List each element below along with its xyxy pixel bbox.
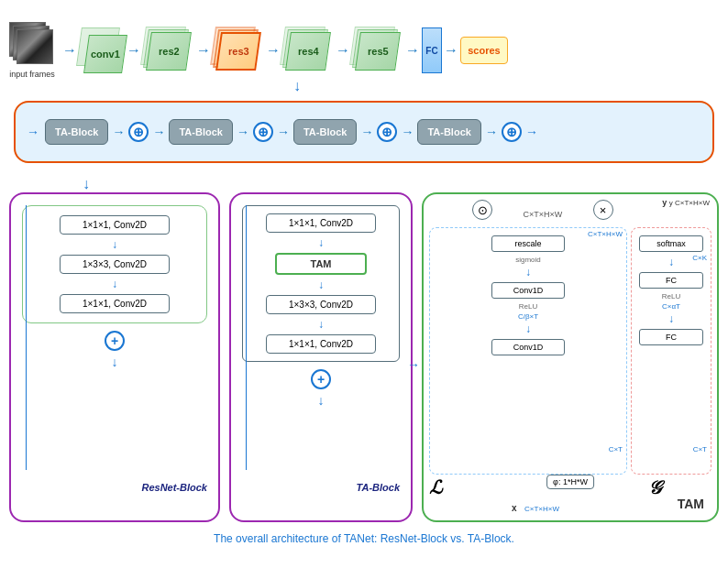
x-dim-label: C×T×H×W xyxy=(524,505,559,513)
arrow-1: → xyxy=(62,42,77,59)
conv1-front: conv1 xyxy=(83,35,127,73)
fc-block: FC xyxy=(422,27,442,73)
conv1d-2: Conv1D xyxy=(491,282,565,299)
resnet-plus: + xyxy=(105,331,125,351)
ct-dim-1: C×T xyxy=(609,445,623,453)
cthw-dim-1: C×T×H×W xyxy=(588,230,623,238)
tam-main: C×T×H×W rescale sigmoid ↓ Conv1D ReLU C/… xyxy=(429,227,711,475)
tam-inner-block: TAM xyxy=(275,253,367,275)
middle-left-arrow: → xyxy=(27,125,39,139)
ta-conv2: 1×3×3, Conv2D xyxy=(266,295,376,314)
ta-block-1-label: TA-Block xyxy=(55,126,98,137)
m-arrow-2: → xyxy=(152,125,165,139)
res5-label: res5 xyxy=(368,46,389,57)
cthw-label-1: C×T×H×W xyxy=(524,210,563,219)
m-arrow-3: → xyxy=(237,125,249,139)
res4-block: res4 xyxy=(282,27,334,74)
resnet-inner: 1×1×1, Conv2D ↓ 1×3×3, Conv2D ↓ 1×1×1, C… xyxy=(22,205,207,323)
cbeta-label: C/β×T xyxy=(518,312,538,321)
frame-3 xyxy=(17,29,53,64)
top-row: input frames → conv1 → res2 → res3 xyxy=(9,18,719,82)
ta-output-arrow: ↓ xyxy=(318,393,325,408)
top-ops-row: ⊙ C×T×H×W × xyxy=(424,198,662,222)
res3-label: res3 xyxy=(228,46,249,57)
resnet-plus-row: + xyxy=(22,331,207,351)
sigmoid-label: sigmoid xyxy=(515,256,541,264)
m-arrow-7: → xyxy=(485,125,498,139)
tam-left-col: C×T×H×W rescale sigmoid ↓ Conv1D ReLU C/… xyxy=(429,227,627,475)
m-arrow-6: → xyxy=(401,125,414,139)
down-arrow-res3: ↓ xyxy=(293,78,301,94)
ta-inner: 1×1×1, Conv2D ↓ TAM ↓ 1×3×3, Conv2D ↓ 1×… xyxy=(242,205,400,362)
ta-skip-line xyxy=(246,205,247,470)
res3-front: res3 xyxy=(215,32,261,71)
m-arrow-1: → xyxy=(112,125,125,139)
res2-front: res2 xyxy=(146,32,192,71)
scores-label: scores xyxy=(468,45,500,56)
cat-label: C×αT xyxy=(662,302,680,311)
m-arrow-4: → xyxy=(277,125,290,139)
ta-block-2-label: TA-Block xyxy=(179,126,222,137)
caption: The overall architecture of TANet: ResNe… xyxy=(0,532,728,545)
tam-box: y y C×T×H×W ⊙ C×T×H×W × C×T×H×W rescale … xyxy=(422,192,719,522)
ta-block-3: TA-Block xyxy=(293,119,357,145)
plus-2: ⊕ xyxy=(253,122,273,142)
cal-G: 𝒢 xyxy=(647,477,660,498)
res5-block: res5 xyxy=(352,27,403,74)
conv1-label: conv1 xyxy=(91,49,120,60)
ta-block-2: TA-Block xyxy=(169,119,232,145)
middle-row: → TA-Block → ⊕ → TA-Block → ⊕ → TA-Block… xyxy=(14,101,714,163)
fc-1: FC xyxy=(639,329,703,345)
bottom-section: 1×1×1, Conv2D ↓ 1×3×3, Conv2D ↓ 1×1×1, C… xyxy=(9,192,719,522)
down-arrow-middle: ↓ xyxy=(83,176,90,192)
ta-block-4-label: TA-Block xyxy=(427,126,470,137)
resnet-label: ResNet-Block xyxy=(141,482,207,493)
m-arrow-5: → xyxy=(360,125,373,139)
ck-label: C×K xyxy=(692,254,707,262)
y-label: y y C×T×H×W xyxy=(662,198,710,207)
relu-label-1: ReLU xyxy=(519,302,537,311)
plus-3: ⊕ xyxy=(377,122,397,142)
ta-plus: + xyxy=(311,369,331,389)
arrow-2: → xyxy=(127,42,141,59)
ta-arrow-1: ↓ xyxy=(318,236,324,249)
plus-1: ⊕ xyxy=(128,122,149,142)
ta-detail-box: → 1×1×1, Conv2D ↓ TAM ↓ 1×3×3, Conv2D ↓ … xyxy=(229,192,413,522)
relu-label-2: ReLU xyxy=(662,292,680,300)
conv1d-1: Conv1D xyxy=(491,339,565,355)
scores-block: scores xyxy=(460,37,508,64)
circle-times-op: × xyxy=(593,200,613,220)
phi-box: φ: 1*H*W xyxy=(546,475,594,489)
middle-right-arrow: → xyxy=(525,125,538,139)
ta-right-arrow: → xyxy=(407,357,420,372)
ta-conv1: 1×1×1, Conv2D xyxy=(266,213,376,233)
ta-conv3: 1×1×1, Conv2D xyxy=(266,334,376,354)
resnet-arrow-2: ↓ xyxy=(112,278,117,290)
x-label: x xyxy=(512,503,517,513)
res4-label: res4 xyxy=(298,46,319,57)
res2-block: res2 xyxy=(143,27,194,74)
res4-front: res4 xyxy=(285,32,331,71)
ta-plus-row: + xyxy=(242,369,400,389)
softmax-node: softmax xyxy=(639,235,703,252)
resnet-down: ↓ xyxy=(22,355,207,369)
arrow-3: → xyxy=(196,42,211,59)
ta-down: ↓ xyxy=(242,393,400,408)
conv1-block: conv1 xyxy=(79,27,125,73)
res3-block: res3 xyxy=(213,27,264,74)
ta-label: TA-Block xyxy=(357,482,400,493)
plus-4: ⊕ xyxy=(502,122,522,142)
cal-L: ℒ xyxy=(429,476,442,498)
tam-title: TAM xyxy=(678,497,704,511)
resnet-skip-line xyxy=(26,205,27,470)
ta-block-3-label: TA-Block xyxy=(303,126,347,137)
resnet-box: 1×1×1, Conv2D ↓ 1×3×3, Conv2D ↓ 1×1×1, C… xyxy=(9,192,220,522)
ct-dim-2: C×T xyxy=(693,445,707,453)
input-frames xyxy=(9,22,55,68)
input-frames-label: input frames xyxy=(9,70,55,79)
arrow-4: → xyxy=(266,42,281,59)
arrow-6: → xyxy=(405,42,420,59)
tam-right-col: softmax C×K ↓ FC ReLU C×αT ↓ FC C×T xyxy=(631,227,711,475)
diagram-container: input frames → conv1 → res2 → res3 xyxy=(0,0,728,550)
rescale-node: rescale xyxy=(491,235,565,252)
